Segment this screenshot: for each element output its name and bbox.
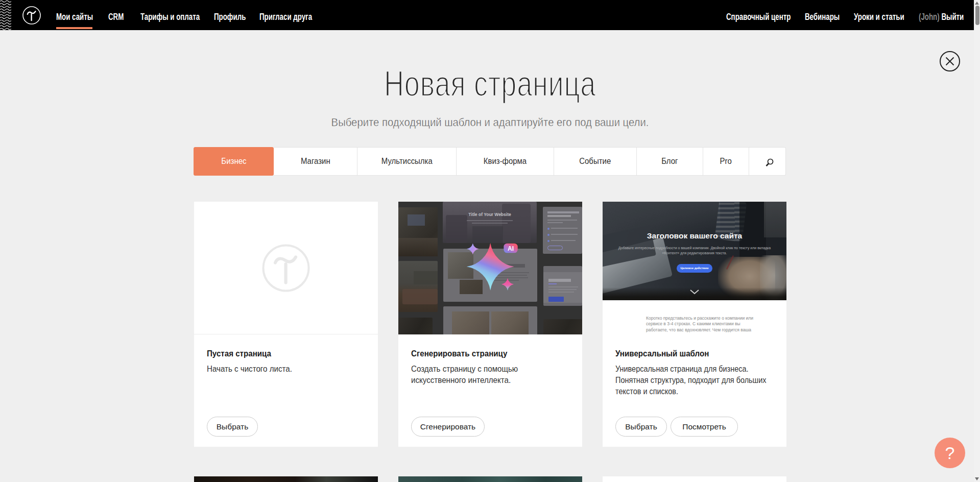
svg-text:AI: AI <box>508 245 514 252</box>
